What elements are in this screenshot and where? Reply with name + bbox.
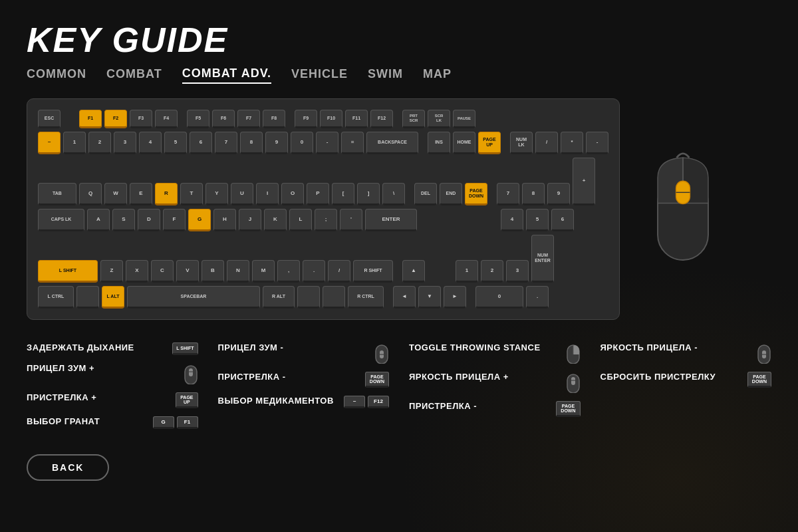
key-f8[interactable]: F8: [263, 110, 285, 128]
key-f6[interactable]: F6: [212, 110, 235, 128]
key-a[interactable]: A: [87, 209, 110, 231]
key-f11[interactable]: F11: [345, 110, 368, 128]
key-c[interactable]: C: [151, 260, 174, 283]
key-num6[interactable]: 6: [551, 209, 574, 231]
key-numdot[interactable]: .: [526, 286, 549, 309]
key-num1[interactable]: 1: [456, 260, 478, 283]
tab-combat-adv[interactable]: COMBAT ADV.: [182, 66, 271, 84]
key-rshift[interactable]: R SHIFT: [353, 260, 393, 283]
key-capslock[interactable]: CAPS LK: [38, 209, 84, 231]
key-f5[interactable]: F5: [187, 110, 209, 128]
key-pagedown[interactable]: PAGEDOWN: [465, 183, 487, 205]
key-num0[interactable]: 0: [475, 286, 523, 309]
key-pause[interactable]: PAUSE: [453, 110, 475, 128]
key-rwin[interactable]: [297, 286, 320, 309]
key-num3[interactable]: 3: [506, 260, 529, 283]
key-1[interactable]: 1: [63, 132, 86, 154]
key-minus[interactable]: -: [316, 132, 338, 154]
key-x[interactable]: X: [126, 260, 148, 283]
key-o[interactable]: O: [281, 183, 304, 205]
key-tab[interactable]: TAB: [38, 183, 76, 205]
key-numenter[interactable]: NUMENTER: [531, 235, 554, 283]
key-lalt[interactable]: L ALT: [102, 286, 124, 309]
key-equals[interactable]: =: [341, 132, 364, 154]
key-quote[interactable]: ': [340, 209, 362, 231]
key-y[interactable]: Y: [205, 183, 228, 205]
key-f10[interactable]: F10: [320, 110, 342, 128]
key-ins[interactable]: INS: [428, 132, 450, 154]
key-prt[interactable]: PRTSCR: [402, 110, 425, 128]
key-r[interactable]: R: [155, 183, 178, 205]
key-u[interactable]: U: [231, 183, 253, 205]
key-fwdslash[interactable]: /: [328, 260, 350, 283]
key-f9[interactable]: F9: [295, 110, 317, 128]
key-9[interactable]: 9: [265, 132, 288, 154]
key-backslash[interactable]: \: [382, 183, 405, 205]
key-f2[interactable]: F2: [104, 110, 127, 128]
key-num5[interactable]: 5: [526, 209, 549, 231]
key-f[interactable]: F: [163, 209, 186, 231]
key-semicolon[interactable]: ;: [315, 209, 337, 231]
key-lwin[interactable]: [76, 286, 99, 309]
key-4[interactable]: 4: [139, 132, 162, 154]
key-num7[interactable]: 7: [497, 183, 519, 205]
key-left[interactable]: ◄: [393, 286, 416, 309]
key-numminus[interactable]: -: [586, 132, 608, 154]
key-lbracket[interactable]: [: [332, 183, 354, 205]
back-button[interactable]: BACK: [27, 454, 109, 481]
key-lctrl[interactable]: L CTRL: [38, 286, 74, 309]
key-space[interactable]: SPACEBAR: [127, 286, 260, 309]
key-p[interactable]: P: [307, 183, 329, 205]
key-3[interactable]: 3: [114, 132, 136, 154]
key-v[interactable]: V: [176, 260, 199, 283]
key-enter[interactable]: ENTER: [365, 209, 417, 231]
key-num4[interactable]: 4: [501, 209, 523, 231]
key-tilde[interactable]: ~: [38, 132, 61, 154]
key-2[interactable]: 2: [88, 132, 111, 154]
key-b[interactable]: B: [201, 260, 224, 283]
key-t[interactable]: T: [180, 183, 203, 205]
key-esc[interactable]: ESC: [38, 110, 61, 128]
key-8[interactable]: 8: [240, 132, 263, 154]
key-pageup[interactable]: PAGEUP: [478, 132, 501, 154]
key-f1[interactable]: F1: [79, 110, 102, 128]
key-g[interactable]: G: [188, 209, 211, 231]
key-numlk[interactable]: NUMLK: [510, 132, 533, 154]
tab-swim[interactable]: SWIM: [368, 67, 403, 83]
key-h[interactable]: H: [213, 209, 236, 231]
key-menu[interactable]: [323, 286, 345, 309]
tab-map[interactable]: MAP: [423, 67, 452, 83]
key-e[interactable]: E: [130, 183, 152, 205]
key-j[interactable]: J: [239, 209, 261, 231]
key-ralt[interactable]: R ALT: [263, 286, 295, 309]
key-z[interactable]: Z: [100, 260, 123, 283]
key-lshift[interactable]: L SHIFT: [38, 260, 98, 283]
tab-combat[interactable]: COMBAT: [106, 67, 162, 83]
key-f4[interactable]: F4: [155, 110, 178, 128]
key-rbracket[interactable]: ]: [357, 183, 380, 205]
key-down[interactable]: ▼: [418, 286, 441, 309]
key-period[interactable]: .: [303, 260, 325, 283]
key-i[interactable]: I: [256, 183, 279, 205]
key-num8[interactable]: 8: [522, 183, 545, 205]
key-l[interactable]: L: [289, 209, 312, 231]
key-rctrl[interactable]: R CTRL: [348, 286, 384, 309]
key-right[interactable]: ►: [444, 286, 466, 309]
key-del[interactable]: DEL: [414, 183, 437, 205]
key-end[interactable]: END: [440, 183, 462, 205]
key-6[interactable]: 6: [190, 132, 212, 154]
key-numstar[interactable]: *: [561, 132, 583, 154]
key-backspace[interactable]: BACKSPACE: [366, 132, 418, 154]
key-0[interactable]: 0: [291, 132, 313, 154]
key-scr[interactable]: SCRLK: [428, 110, 450, 128]
key-s[interactable]: S: [112, 209, 135, 231]
key-numslash[interactable]: /: [535, 132, 558, 154]
key-n[interactable]: N: [227, 260, 249, 283]
key-home[interactable]: HOME: [453, 132, 475, 154]
key-num2[interactable]: 2: [481, 260, 503, 283]
key-7[interactable]: 7: [215, 132, 237, 154]
key-f12[interactable]: F12: [370, 110, 393, 128]
key-f7[interactable]: F7: [237, 110, 260, 128]
key-q[interactable]: Q: [79, 183, 102, 205]
key-numplus[interactable]: +: [573, 158, 595, 205]
